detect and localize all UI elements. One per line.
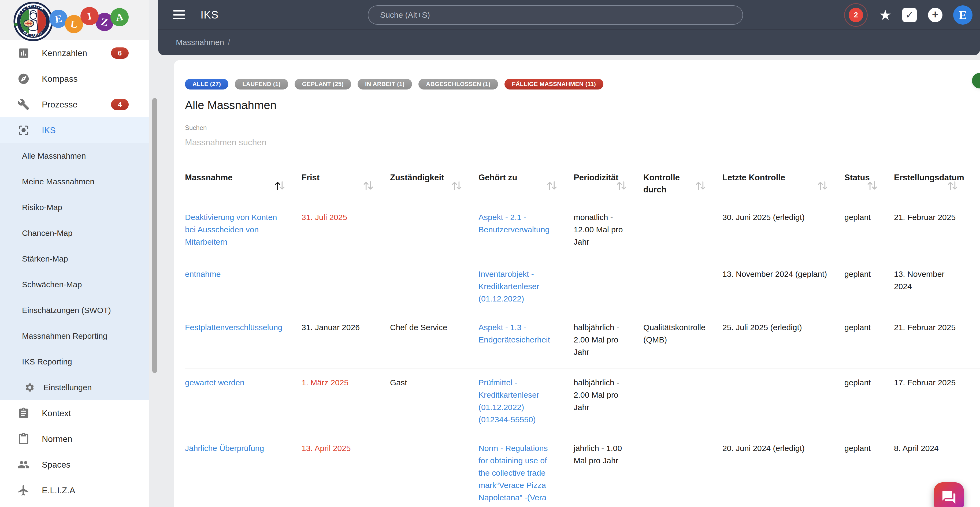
gehoert-zu-link[interactable]: Prüfmittel - Kreditkartenleser (01.12.20… xyxy=(479,369,574,434)
filter-chip-laufend[interactable]: LAUFEND (1) xyxy=(235,79,288,89)
sort-icon[interactable] xyxy=(695,179,707,192)
status-cell: geplant xyxy=(844,369,894,434)
column-header-letzte-kontrolle[interactable]: Letzte Kontrolle xyxy=(722,163,844,203)
gehoert-zu-link[interactable]: Aspekt - 1.3 - Endgerätesicherheit xyxy=(479,313,574,368)
sort-icon[interactable] xyxy=(947,179,959,192)
sort-icon[interactable] xyxy=(450,179,463,192)
sidebar-item-kompass[interactable]: Kompass xyxy=(0,66,149,92)
gehoert-zu-link[interactable]: Norm - Regulations for obtaining use of … xyxy=(479,434,574,507)
frist-cell: 31. Januar 2026 xyxy=(302,313,390,368)
menu-icon[interactable] xyxy=(173,10,185,19)
sidebar-item-label: Kontext xyxy=(42,408,71,418)
table-row[interactable]: entnahme Inventarobjekt - Kreditkartenle… xyxy=(185,260,980,313)
sidebar-subitem-einschaetzungen-swot[interactable]: Einschätzungen (SWOT) xyxy=(0,297,149,323)
sort-icon[interactable] xyxy=(362,179,374,192)
sidebar-item-spaces[interactable]: Spaces xyxy=(0,452,149,478)
people-icon xyxy=(17,458,30,471)
massnahme-link[interactable]: entnahme xyxy=(185,260,302,313)
column-header-erstellungsdatum[interactable]: Erstellungsdatum xyxy=(894,163,974,203)
frist-cell: 13. April 2025 xyxy=(302,434,390,507)
sidebar-subitem-alle-massnahmen[interactable]: Alle Massnahmen xyxy=(0,143,149,169)
column-header-zustaendigkeit[interactable]: Zuständigkeit xyxy=(390,163,479,203)
add-plus-icon[interactable]: + xyxy=(928,8,942,22)
filter-chip-alle[interactable]: ALLE (27) xyxy=(185,79,228,89)
pizzeria-logo-icon: PIZZERIA DA LUIGI xyxy=(13,2,53,41)
sort-icon[interactable] xyxy=(816,179,829,192)
sidebar-item-iks[interactable]: IKS xyxy=(0,118,149,143)
sidebar-subitem-staerken-map[interactable]: Stärken-Map xyxy=(0,246,149,272)
letzte-kontrolle-cell: 30. Juni 2025 (erledigt) xyxy=(722,203,844,260)
kontrolle-durch-cell xyxy=(643,260,722,313)
sidebar-item-label: Kennzahlen xyxy=(42,48,87,58)
filter-chip-abgeschlossen[interactable]: ABGESCHLOSSEN (1) xyxy=(418,79,498,89)
column-header-kontrolle-durch[interactable]: Kontrolle durch xyxy=(643,163,722,203)
user-avatar[interactable]: E xyxy=(953,5,972,25)
app-title: IKS xyxy=(200,9,218,21)
table-row[interactable]: Deaktivierung von Konten bei Ausscheiden… xyxy=(185,203,980,260)
sidebar-subitem-meine-massnahmen[interactable]: Meine Massnahmen xyxy=(0,169,149,195)
column-header-frist[interactable]: Frist xyxy=(302,163,390,203)
sidebar-subitem-einstellungen[interactable]: Einstellungen xyxy=(0,375,149,401)
favorites-star-icon[interactable]: ★ xyxy=(879,8,891,22)
gear-icon xyxy=(25,382,35,393)
periodizitaet-cell xyxy=(574,260,643,313)
chat-button[interactable] xyxy=(934,482,964,507)
sidebar-subitem-chancen-map[interactable]: Chancen-Map xyxy=(0,220,149,246)
sidebar-item-label: IKS xyxy=(42,126,56,135)
massnahme-link[interactable]: Deaktivierung von Konten bei Ausscheiden… xyxy=(185,203,302,260)
sidebar-item-kennzahlen[interactable]: Kennzahlen 6 xyxy=(0,40,149,66)
sidebar-subitem-risiko-map[interactable]: Risiko-Map xyxy=(0,195,149,220)
tasks-check-icon[interactable]: ✓ xyxy=(902,8,917,22)
frist-cell: 1. März 2025 xyxy=(302,369,390,434)
notifications-button[interactable]: 2 xyxy=(844,3,868,27)
sidebar-item-eliza[interactable]: E.L.I.Z.A xyxy=(0,478,149,503)
column-header-massnahme[interactable]: Massnahme xyxy=(185,163,302,203)
sidebar-item-prozesse[interactable]: Prozesse 4 xyxy=(0,92,149,118)
sidebar-item-label: Kompass xyxy=(42,74,78,84)
sidebar: PIZZERIA DA LUIGI E L I Z A Kennzahlen 6 xyxy=(0,0,149,507)
column-header-status[interactable]: Status xyxy=(844,163,894,203)
sidebar-subitem-schwaechen-map[interactable]: Schwächen-Map xyxy=(0,272,149,297)
sort-icon[interactable] xyxy=(546,179,558,192)
filter-chips: ALLE (27) LAUFEND (1) GEPLANT (25) IN AR… xyxy=(185,60,980,89)
gehoert-zu-link[interactable]: Aspekt - 2.1 - Benutzerverwaltung xyxy=(479,203,574,260)
global-search-input[interactable] xyxy=(380,10,706,19)
filter-chip-in-arbeit[interactable]: IN ARBEIT (1) xyxy=(358,79,412,89)
table-search xyxy=(185,132,980,150)
page-title: Alle Massnahmen xyxy=(185,99,980,112)
massnahme-link[interactable]: Festplattenverschlüsselung xyxy=(185,313,302,368)
table-row[interactable]: Jährliche Überprüfung 13. April 2025 Nor… xyxy=(185,434,980,507)
center-focus-icon xyxy=(17,124,30,137)
status-cell: geplant xyxy=(844,313,894,368)
frist-cell: 31. Juli 2025 xyxy=(302,203,390,260)
column-header-periodizitaet[interactable]: Periodizität xyxy=(574,163,643,203)
sort-icon[interactable] xyxy=(616,179,628,192)
sidebar-item-normen[interactable]: Normen xyxy=(0,426,149,452)
sidebar-subitem-massnahmen-reporting[interactable]: Massnahmen Reporting xyxy=(0,323,149,349)
sidebar-item-label: Spaces xyxy=(42,460,70,470)
filter-chip-geplant[interactable]: GEPLANT (25) xyxy=(294,79,351,89)
table-row[interactable]: Festplattenverschlüsselung 31. Januar 20… xyxy=(185,313,980,369)
table-row[interactable]: gewartet werden 1. März 2025 Gast Prüfmi… xyxy=(185,369,980,434)
sidebar-item-kontext[interactable]: Kontext xyxy=(0,401,149,426)
filter-chip-faellige-massnahmen[interactable]: FÄLLIGE MASSNAHMEN (11) xyxy=(504,79,604,89)
brand-logo: PIZZERIA DA LUIGI E L I Z A xyxy=(0,0,149,40)
sidebar-subitem-iks-reporting[interactable]: IKS Reporting xyxy=(0,349,149,375)
letzte-kontrolle-cell: 25. Juli 2025 (erledigt) xyxy=(722,313,844,368)
sort-icon[interactable] xyxy=(274,179,286,192)
sidebar-nav: Kennzahlen 6 Kompass Prozesse 4 IKS Alle… xyxy=(0,40,149,503)
status-cell: geplant xyxy=(844,203,894,260)
breadcrumb-massnahmen[interactable]: Massnahmen xyxy=(176,38,224,47)
column-header-gehoert-zu[interactable]: Gehört zu xyxy=(479,163,574,203)
count-badge: 6 xyxy=(111,48,129,59)
sort-icon[interactable] xyxy=(866,179,878,192)
status-cell: geplant xyxy=(844,260,894,313)
periodizitaet-cell: monatlich - 12.00 Mal pro Jahr xyxy=(574,203,643,260)
gehoert-zu-link[interactable]: Inventarobjekt - Kreditkartenleser (01.1… xyxy=(479,260,574,313)
massnahme-link[interactable]: Jährliche Überprüfung xyxy=(185,434,302,507)
sidebar-scrollbar-thumb[interactable] xyxy=(152,98,157,373)
massnahmen-search-input[interactable] xyxy=(185,135,980,150)
letzte-kontrolle-cell: 13. November 2024 (geplant) xyxy=(722,260,844,313)
massnahme-link[interactable]: gewartet werden xyxy=(185,369,302,434)
kontrolle-durch-cell xyxy=(643,434,722,507)
